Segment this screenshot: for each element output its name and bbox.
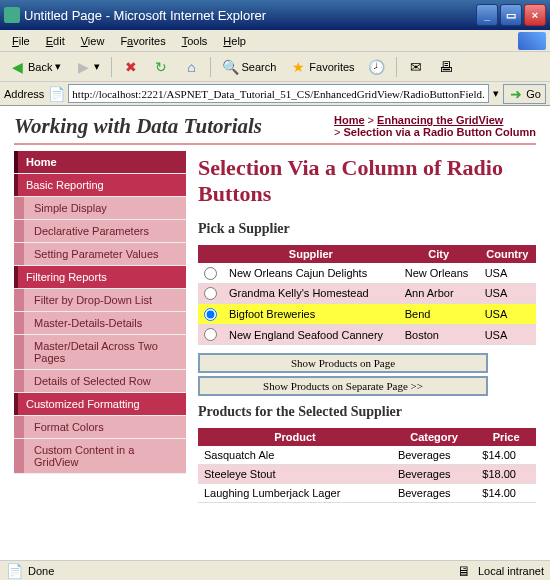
supplier-row-selected[interactable]: Bigfoot Breweries Bend USA xyxy=(198,304,536,325)
menu-favorites[interactable]: Favorites xyxy=(112,33,173,49)
page-icon: 📄 xyxy=(48,86,64,102)
breadcrumb-home[interactable]: Home xyxy=(334,114,365,126)
product-row: Sasquatch AleBeverages$14.00 xyxy=(198,446,536,465)
print-icon: 🖶 xyxy=(438,59,454,75)
home-button[interactable]: ⌂ xyxy=(178,56,204,78)
menu-bar: File Edit View Favorites Tools Help xyxy=(0,30,550,52)
print-button[interactable]: 🖶 xyxy=(433,56,459,78)
history-icon: 🕗 xyxy=(369,59,385,75)
toolbar: ◀Back▾ ▶▾ ✖ ↻ ⌂ 🔍Search ★Favorites 🕗 ✉ 🖶 xyxy=(0,52,550,82)
chevron-down-icon: ▾ xyxy=(55,60,61,73)
forward-icon: ▶ xyxy=(75,59,91,75)
dropdown-icon[interactable]: ▾ xyxy=(493,87,499,100)
history-button[interactable]: 🕗 xyxy=(364,56,390,78)
col-country: Country xyxy=(479,245,536,263)
refresh-icon: ↻ xyxy=(153,59,169,75)
nav-master-details-details[interactable]: Master-Details-Details xyxy=(14,312,186,334)
nav-setting-parameter-values[interactable]: Setting Parameter Values xyxy=(14,243,186,265)
nav-basic-reporting[interactable]: Basic Reporting xyxy=(14,174,186,196)
ie-icon xyxy=(4,7,20,23)
nav-master-detail-two-pages[interactable]: Master/Detail Across Two Pages xyxy=(14,335,186,369)
nav-filter-dropdown[interactable]: Filter by Drop-Down List xyxy=(14,289,186,311)
mail-button[interactable]: ✉ xyxy=(403,56,429,78)
back-icon: ◀ xyxy=(9,59,25,75)
breadcrumb: Home > Enhancing the GridView > Selectio… xyxy=(334,114,536,139)
nav-custom-content-gridview[interactable]: Custom Content in a GridView xyxy=(14,439,186,473)
supplier-radio[interactable] xyxy=(204,308,217,321)
nav-filtering-reports[interactable]: Filtering Reports xyxy=(14,266,186,288)
col-city: City xyxy=(399,245,479,263)
window-title: Untitled Page - Microsoft Internet Explo… xyxy=(24,8,474,23)
nav-details-selected-row[interactable]: Details of Selected Row xyxy=(14,370,186,392)
supplier-row[interactable]: New England Seafood Cannery Boston USA xyxy=(198,324,536,345)
supplier-radio[interactable] xyxy=(204,328,217,341)
forward-button[interactable]: ▶▾ xyxy=(70,56,105,78)
sidebar: Home Basic Reporting Simple Display Decl… xyxy=(14,151,186,503)
col-supplier: Supplier xyxy=(223,245,399,263)
go-button[interactable]: ➜Go xyxy=(503,84,546,104)
section-pick-supplier: Pick a Supplier xyxy=(198,221,536,237)
product-row: Steeleye StoutBeverages$18.00 xyxy=(198,465,536,484)
nav-declarative-parameters[interactable]: Declarative Parameters xyxy=(14,220,186,242)
window-titlebar: Untitled Page - Microsoft Internet Explo… xyxy=(0,0,550,30)
restore-button[interactable]: ▭ xyxy=(500,4,522,26)
address-input[interactable] xyxy=(68,84,489,103)
home-icon: ⌂ xyxy=(183,59,199,75)
security-zone: Local intranet xyxy=(478,565,544,577)
page-title: Selection Via a Column of Radio Buttons xyxy=(198,155,536,207)
stop-icon: ✖ xyxy=(123,59,139,75)
col-category: Category xyxy=(392,428,476,446)
minimize-button[interactable]: _ xyxy=(476,4,498,26)
done-icon: 📄 xyxy=(6,563,22,579)
col-product: Product xyxy=(198,428,392,446)
supplier-row[interactable]: New Orleans Cajun Delights New Orleans U… xyxy=(198,263,536,283)
show-products-on-page-button[interactable]: Show Products on Page xyxy=(198,353,488,373)
favorites-button[interactable]: ★Favorites xyxy=(285,56,359,78)
suppliers-grid: Supplier City Country New Orleans Cajun … xyxy=(198,245,536,345)
page-content: Working with Data Tutorials Home > Enhan… xyxy=(0,106,550,560)
products-grid: Product Category Price Sasquatch AleBeve… xyxy=(198,428,536,503)
breadcrumb-current: Selection via a Radio Button Column xyxy=(343,126,536,138)
supplier-radio[interactable] xyxy=(204,287,217,300)
ie-logo-icon xyxy=(518,32,546,50)
nav-format-colors[interactable]: Format Colors xyxy=(14,416,186,438)
show-products-separate-page-button[interactable]: Show Products on Separate Page >> xyxy=(198,376,488,396)
address-bar: Address 📄 ▾ ➜Go xyxy=(0,82,550,106)
mail-icon: ✉ xyxy=(408,59,424,75)
col-price: Price xyxy=(476,428,536,446)
back-button[interactable]: ◀Back▾ xyxy=(4,56,66,78)
main-content: Selection Via a Column of Radio Buttons … xyxy=(198,151,536,503)
nav-simple-display[interactable]: Simple Display xyxy=(14,197,186,219)
breadcrumb-section[interactable]: Enhancing the GridView xyxy=(377,114,503,126)
close-button[interactable]: × xyxy=(524,4,546,26)
go-icon: ➜ xyxy=(508,86,524,102)
supplier-row[interactable]: Grandma Kelly's Homestead Ann Arbor USA xyxy=(198,283,536,304)
menu-help[interactable]: Help xyxy=(215,33,254,49)
chevron-down-icon: ▾ xyxy=(94,60,100,73)
menu-view[interactable]: View xyxy=(73,33,113,49)
site-title: Working with Data Tutorials xyxy=(14,114,334,139)
section-products: Products for the Selected Supplier xyxy=(198,404,536,420)
status-text: Done xyxy=(28,565,54,577)
supplier-radio[interactable] xyxy=(204,267,217,280)
stop-button[interactable]: ✖ xyxy=(118,56,144,78)
nav-home[interactable]: Home xyxy=(14,151,186,173)
star-icon: ★ xyxy=(290,59,306,75)
status-bar: 📄 Done 🖥 Local intranet xyxy=(0,560,550,580)
refresh-button[interactable]: ↻ xyxy=(148,56,174,78)
menu-edit[interactable]: Edit xyxy=(38,33,73,49)
search-button[interactable]: 🔍Search xyxy=(217,56,281,78)
nav-customized-formatting[interactable]: Customized Formatting xyxy=(14,393,186,415)
menu-tools[interactable]: Tools xyxy=(174,33,216,49)
search-icon: 🔍 xyxy=(222,59,238,75)
menu-file[interactable]: File xyxy=(4,33,38,49)
product-row: Laughing Lumberjack LagerBeverages$14.00 xyxy=(198,484,536,503)
address-label: Address xyxy=(4,88,44,100)
zone-icon: 🖥 xyxy=(456,563,472,579)
